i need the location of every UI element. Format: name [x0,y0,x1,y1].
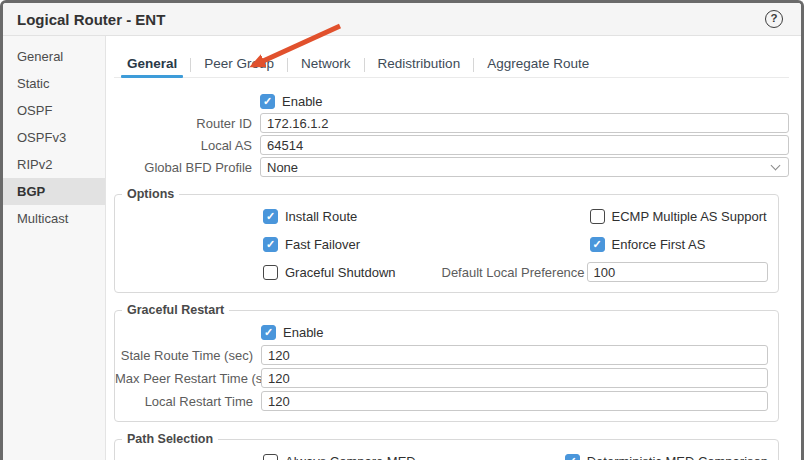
enable-checkbox[interactable] [260,94,275,109]
options-section-title: Options [122,187,179,201]
local-restart-time-input[interactable] [261,391,768,411]
sidebar-item-ospfv3[interactable]: OSPFv3 [3,124,105,151]
graceful-restart-enable-label: Enable [283,325,323,340]
always-compare-med-checkbox[interactable] [263,454,278,460]
deterministic-med-comparison-label: Deterministic MED Comparison [587,454,768,460]
max-peer-restart-time-input[interactable] [261,368,768,388]
enable-checkbox-label: Enable [282,94,322,109]
sidebar-item-general[interactable]: General [3,43,105,70]
help-icon[interactable]: ? [765,10,783,28]
tab-aggregate-route[interactable]: Aggregate Route [481,56,595,77]
bgp-tabstrip: General Peer Group Network Redistributio… [114,54,789,78]
tab-separator [473,58,474,72]
enforce-first-as-checkbox[interactable] [590,237,605,252]
tab-separator [190,58,191,72]
tab-redistribution[interactable]: Redistribution [372,56,467,77]
tab-peer-group[interactable]: Peer Group [198,56,280,77]
dialog-titlebar: Logical Router - ENT ? [3,3,801,36]
path-selection-section-title: Path Selection [122,432,218,446]
enforce-first-as-label: Enforce First AS [612,237,706,252]
global-bfd-profile-label: Global BFD Profile [106,160,260,175]
global-bfd-profile-select[interactable]: None [260,157,789,177]
tab-separator [287,58,288,72]
ecmp-multiple-as-support-checkbox[interactable] [590,209,605,224]
graceful-shutdown-label: Graceful Shutdown [285,265,396,280]
router-id-label: Router ID [106,116,260,131]
dialog-title: Logical Router - ENT [17,11,165,28]
main-panel: General Peer Group Network Redistributio… [106,36,801,460]
fast-failover-label: Fast Failover [285,237,360,252]
logical-router-dialog: Logical Router - ENT ? General Static OS… [0,0,804,460]
options-section: Options Install Route ECMP Multiple AS S… [114,187,779,293]
global-bfd-profile-value: None [267,160,772,175]
sidebar-item-multicast[interactable]: Multicast [3,205,105,232]
tab-separator [364,58,365,72]
install-route-label: Install Route [285,209,357,224]
sidebar: General Static OSPF OSPFv3 RIPv2 BGP Mul… [3,36,106,460]
fast-failover-checkbox[interactable] [263,237,278,252]
deterministic-med-comparison-checkbox[interactable] [565,454,580,460]
router-id-input[interactable] [260,113,789,133]
chevron-down-icon [771,161,781,171]
stale-route-time-label: Stale Route Time (sec) [115,348,261,363]
sidebar-item-ospf[interactable]: OSPF [3,97,105,124]
graceful-restart-section: Graceful Restart Enable Stale Route Time… [114,303,779,422]
tab-network[interactable]: Network [295,56,357,77]
install-route-checkbox[interactable] [263,209,278,224]
sidebar-item-bgp[interactable]: BGP [3,178,105,205]
max-peer-restart-time-label: Max Peer Restart Time (sec) [115,371,261,386]
graceful-restart-section-title: Graceful Restart [122,303,229,317]
sidebar-item-ripv2[interactable]: RIPv2 [3,151,105,178]
local-restart-time-label: Local Restart Time [115,394,261,409]
local-as-input[interactable] [260,135,789,155]
local-as-label: Local AS [106,138,260,153]
tab-general[interactable]: General [121,56,183,77]
general-tab-form: Enable Router ID Local AS Global BFD Pro… [106,78,801,460]
path-selection-section: Path Selection Always Compare MED Determ… [114,432,779,460]
default-local-preference-input[interactable] [587,262,769,282]
always-compare-med-label: Always Compare MED [285,454,416,460]
sidebar-item-static[interactable]: Static [3,70,105,97]
stale-route-time-input[interactable] [261,345,768,365]
ecmp-multiple-as-support-label: ECMP Multiple AS Support [612,209,767,224]
graceful-restart-enable-checkbox[interactable] [261,325,276,340]
default-local-preference-label: Default Local Preference [442,265,587,280]
graceful-shutdown-checkbox[interactable] [263,265,278,280]
